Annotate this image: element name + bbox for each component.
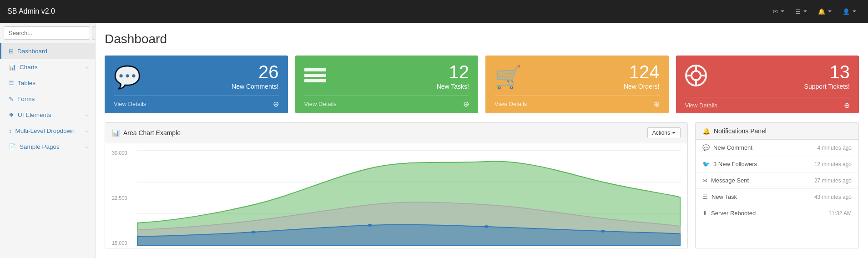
y-axis-labels: 30,000 22,500 15,000 [112, 150, 135, 246]
main-content: Dashboard 💬 26 New Comments! View Detail… [96, 23, 868, 258]
chevron-left-icon: ‹ [86, 128, 88, 134]
circle-arrow-icon: ⊕ [654, 100, 660, 108]
notifications-heading: 🔔 Notifications Panel [696, 123, 858, 140]
svg-point-16 [601, 230, 605, 233]
user-button[interactable]: 👤 [838, 0, 861, 23]
chevron-left-icon: ‹ [86, 112, 88, 118]
sidebar-search: 🔍 [0, 23, 95, 43]
notification-item: ✉ Message Sent 27 minutes ago [696, 172, 858, 189]
notification-item: ⬆ Server Rebooted 11:32 AM [696, 205, 858, 221]
dashboard-icon: ⊞ [9, 48, 14, 55]
brand-title: SB Admin v2.0 [7, 7, 55, 15]
sidebar-item-forms[interactable]: ✎ Forms [0, 91, 95, 107]
search-button[interactable]: 🔍 [92, 26, 96, 40]
area-chart-body: 30,000 22,500 15,000 [105, 143, 687, 248]
sidebar-item-label: Tables [18, 80, 35, 86]
bell-icon: 🔔 [818, 8, 825, 15]
sidebar-item-dashboard[interactable]: ⊞ Dashboard [0, 43, 95, 59]
view-details-link[interactable]: View Details [114, 101, 146, 107]
y-label-bot: 15,000 [112, 240, 135, 246]
y-label-top: 30,000 [112, 150, 135, 156]
notif-time: 27 minutes ago [814, 177, 852, 184]
user-icon: 👤 [843, 8, 850, 15]
caret-icon [803, 10, 807, 12]
twitter-notif-icon: 🐦 [702, 161, 710, 167]
sidebar-item-label: UI Elements [18, 111, 51, 118]
sidebar-item-label: Charts [20, 64, 38, 71]
notif-text: New Comment [713, 144, 752, 151]
tables-icon: ☰ [9, 80, 14, 86]
topbar: SB Admin v2.0 ✉ ☰ 🔔 👤 [0, 0, 868, 23]
main-layout: 🔍 ⊞ Dashboard 📊 Charts ‹ ☰ Tab [0, 23, 868, 258]
circle-arrow-icon: ⊕ [844, 101, 850, 110]
area-chart-panel: 📊 Area Chart Example Actions 30,000 22,5… [105, 122, 688, 248]
notif-time: 11:32 AM [828, 210, 852, 217]
stat-card-tasks: 12 New Tasks! View Details ⊕ [295, 56, 479, 113]
svg-point-13 [251, 231, 256, 233]
stat-number: 13 [804, 63, 850, 81]
envelope-icon: ✉ [773, 8, 778, 15]
task-notif-icon: ☰ [702, 193, 708, 200]
caret-icon [781, 10, 784, 12]
ui-elements-icon: ❖ [9, 111, 14, 118]
sidebar-item-charts[interactable]: 📊 Charts ‹ [0, 59, 95, 75]
notifications-panel: 🔔 Notifications Panel 💬 New Comment 4 mi… [695, 122, 859, 248]
svg-point-14 [368, 224, 372, 227]
search-input[interactable] [4, 26, 90, 40]
notification-item: 💬 New Comment 4 minutes ago [696, 140, 858, 156]
stat-card-orders: 🛒 124 New Orders! View Details ⊕ [485, 56, 669, 113]
stat-number: 124 [624, 63, 660, 81]
stat-label: New Comments! [232, 83, 278, 90]
sidebar-nav: ⊞ Dashboard 📊 Charts ‹ ☰ Tables [0, 43, 95, 155]
tasks-button[interactable]: ☰ [791, 0, 812, 23]
chart-container [137, 150, 681, 246]
stat-number: 26 [232, 63, 278, 81]
notifications-title: Notifications Panel [714, 127, 767, 135]
stat-label: New Orders! [624, 83, 660, 90]
server-notif-icon: ⬆ [702, 210, 707, 217]
caret-icon [672, 132, 676, 134]
notif-text: 3 New Followers [713, 161, 757, 167]
svg-rect-1 [304, 74, 326, 77]
y-label-mid: 22,500 [112, 195, 135, 201]
notif-time: 4 minutes ago [818, 145, 852, 151]
stat-cards: 💬 26 New Comments! View Details ⊕ [105, 56, 859, 113]
bell-panel-icon: 🔔 [702, 127, 710, 135]
notif-text: Server Rebooted [711, 210, 756, 217]
messages-button[interactable]: ✉ [768, 0, 789, 23]
area-chart-title: Area Chart Example [123, 129, 181, 137]
caret-icon [853, 10, 856, 12]
circle-arrow-icon: ⊕ [463, 100, 469, 108]
actions-button[interactable]: Actions [647, 127, 681, 138]
alerts-button[interactable]: 🔔 [813, 0, 836, 23]
sidebar-item-multi-level[interactable]: ↕ Multi-Level Dropdown ‹ [0, 123, 95, 139]
notif-text: Message Sent [711, 177, 749, 184]
area-chart-svg [137, 150, 681, 246]
view-details-link[interactable]: View Details [685, 102, 717, 109]
stat-label: Support Tickets! [804, 83, 850, 90]
sidebar-item-label: Forms [17, 96, 35, 102]
envelope-notif-icon: ✉ [702, 177, 707, 184]
sidebar-item-tables[interactable]: ☰ Tables [0, 75, 95, 91]
svg-rect-2 [304, 79, 326, 82]
view-details-link[interactable]: View Details [304, 101, 337, 107]
actions-label: Actions [652, 130, 670, 136]
area-chart-heading: 📊 Area Chart Example Actions [105, 123, 687, 143]
notif-time: 12 minutes ago [814, 161, 852, 167]
sidebar-item-sample-pages[interactable]: 📄 Sample Pages ‹ [0, 139, 95, 155]
sample-pages-icon: 📄 [9, 143, 16, 150]
cart-icon: 🛒 [495, 65, 522, 90]
notif-time: 43 minutes ago [814, 194, 852, 200]
svg-rect-0 [304, 68, 326, 71]
lifebuoy-icon [685, 65, 707, 91]
notifications-list: 💬 New Comment 4 minutes ago 🐦 3 New Foll… [696, 140, 858, 221]
caret-icon [828, 10, 832, 12]
bottom-panels: 📊 Area Chart Example Actions 30,000 22,5… [105, 122, 859, 248]
sidebar-item-ui-elements[interactable]: ❖ UI Elements ‹ [0, 107, 95, 123]
tasks-card-icon [304, 65, 326, 90]
view-details-link[interactable]: View Details [495, 101, 527, 107]
comment-icon: 💬 [114, 65, 141, 90]
notif-text: New Task [712, 193, 737, 200]
sidebar-item-label: Sample Pages [20, 143, 60, 150]
chevron-left-icon: ‹ [86, 65, 88, 70]
